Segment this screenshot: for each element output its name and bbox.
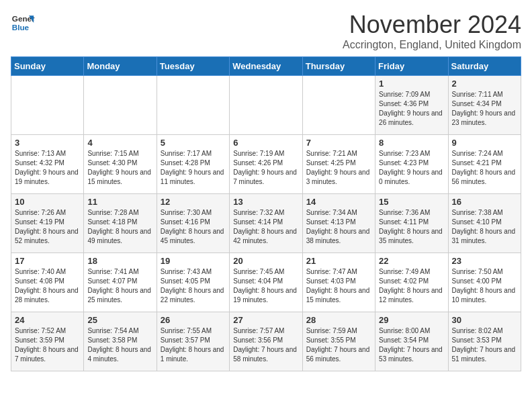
calendar-cell: 11Sunrise: 7:28 AM Sunset: 4:18 PM Dayli… (84, 194, 157, 253)
day-number: 9 (452, 138, 517, 148)
day-info: Sunrise: 7:45 AM Sunset: 4:04 PM Dayligh… (233, 267, 298, 305)
calendar-cell: 17Sunrise: 7:40 AM Sunset: 4:08 PM Dayli… (11, 253, 84, 312)
day-number: 4 (87, 138, 152, 148)
day-number: 24 (15, 315, 80, 325)
calendar-cell: 23Sunrise: 7:50 AM Sunset: 4:00 PM Dayli… (448, 253, 521, 312)
calendar-cell (230, 76, 302, 135)
logo: General Blue (11, 11, 35, 35)
day-info: Sunrise: 7:23 AM Sunset: 4:23 PM Dayligh… (379, 149, 444, 187)
title-section: November 2024 Accrington, England, Unite… (343, 11, 521, 51)
day-number: 29 (379, 315, 444, 325)
calendar-cell: 24Sunrise: 7:52 AM Sunset: 3:59 PM Dayli… (11, 312, 84, 371)
calendar-cell: 8Sunrise: 7:23 AM Sunset: 4:23 PM Daylig… (375, 135, 448, 194)
calendar-cell (84, 76, 157, 135)
calendar-cell: 6Sunrise: 7:19 AM Sunset: 4:26 PM Daylig… (230, 135, 302, 194)
svg-text:Blue: Blue (12, 23, 30, 32)
day-number: 16 (452, 197, 517, 207)
weekday-header: Tuesday (157, 57, 229, 76)
day-info: Sunrise: 7:26 AM Sunset: 4:19 PM Dayligh… (15, 208, 80, 246)
day-number: 30 (452, 315, 517, 325)
day-info: Sunrise: 7:11 AM Sunset: 4:34 PM Dayligh… (452, 90, 517, 128)
calendar-cell: 4Sunrise: 7:15 AM Sunset: 4:30 PM Daylig… (84, 135, 157, 194)
calendar-cell: 27Sunrise: 7:57 AM Sunset: 3:56 PM Dayli… (230, 312, 302, 371)
subtitle: Accrington, England, United Kingdom (343, 39, 521, 51)
day-number: 6 (233, 138, 298, 148)
header-row: SundayMondayTuesdayWednesdayThursdayFrid… (11, 57, 521, 76)
day-number: 7 (306, 138, 371, 148)
calendar-cell: 1Sunrise: 7:09 AM Sunset: 4:36 PM Daylig… (375, 76, 448, 135)
day-info: Sunrise: 7:41 AM Sunset: 4:07 PM Dayligh… (87, 267, 152, 305)
day-number: 18 (87, 256, 152, 266)
calendar-week-row: 3Sunrise: 7:13 AM Sunset: 4:32 PM Daylig… (11, 135, 521, 194)
day-info: Sunrise: 8:02 AM Sunset: 3:53 PM Dayligh… (452, 326, 517, 364)
calendar-cell: 14Sunrise: 7:34 AM Sunset: 4:13 PM Dayli… (302, 194, 375, 253)
day-number: 1 (379, 79, 444, 89)
day-info: Sunrise: 7:30 AM Sunset: 4:16 PM Dayligh… (161, 208, 226, 246)
day-info: Sunrise: 7:47 AM Sunset: 4:03 PM Dayligh… (306, 267, 371, 305)
calendar-cell: 15Sunrise: 7:36 AM Sunset: 4:11 PM Dayli… (375, 194, 448, 253)
logo-icon: General Blue (11, 11, 35, 35)
calendar-cell: 7Sunrise: 7:21 AM Sunset: 4:25 PM Daylig… (302, 135, 375, 194)
calendar-cell: 28Sunrise: 7:59 AM Sunset: 3:55 PM Dayli… (302, 312, 375, 371)
calendar-cell: 25Sunrise: 7:54 AM Sunset: 3:58 PM Dayli… (84, 312, 157, 371)
day-info: Sunrise: 7:40 AM Sunset: 4:08 PM Dayligh… (15, 267, 80, 305)
calendar-week-row: 1Sunrise: 7:09 AM Sunset: 4:36 PM Daylig… (11, 76, 521, 135)
day-info: Sunrise: 7:15 AM Sunset: 4:30 PM Dayligh… (87, 149, 152, 187)
calendar-cell: 29Sunrise: 8:00 AM Sunset: 3:54 PM Dayli… (375, 312, 448, 371)
calendar-cell: 13Sunrise: 7:32 AM Sunset: 4:14 PM Dayli… (230, 194, 302, 253)
header: General Blue November 2024 Accrington, E… (11, 11, 521, 51)
day-info: Sunrise: 7:57 AM Sunset: 3:56 PM Dayligh… (233, 326, 298, 364)
day-info: Sunrise: 7:50 AM Sunset: 4:00 PM Dayligh… (452, 267, 517, 305)
day-info: Sunrise: 7:13 AM Sunset: 4:32 PM Dayligh… (15, 149, 80, 187)
weekday-header: Wednesday (230, 57, 302, 76)
day-info: Sunrise: 7:32 AM Sunset: 4:14 PM Dayligh… (233, 208, 298, 246)
day-info: Sunrise: 7:52 AM Sunset: 3:59 PM Dayligh… (15, 326, 80, 364)
calendar-cell (302, 76, 375, 135)
calendar-cell: 22Sunrise: 7:49 AM Sunset: 4:02 PM Dayli… (375, 253, 448, 312)
calendar-week-row: 10Sunrise: 7:26 AM Sunset: 4:19 PM Dayli… (11, 194, 521, 253)
calendar-cell: 21Sunrise: 7:47 AM Sunset: 4:03 PM Dayli… (302, 253, 375, 312)
day-info: Sunrise: 7:54 AM Sunset: 3:58 PM Dayligh… (87, 326, 152, 364)
calendar-cell: 5Sunrise: 7:17 AM Sunset: 4:28 PM Daylig… (157, 135, 229, 194)
day-info: Sunrise: 7:38 AM Sunset: 4:10 PM Dayligh… (452, 208, 517, 246)
day-number: 10 (15, 197, 80, 207)
calendar-cell (11, 76, 84, 135)
day-info: Sunrise: 7:36 AM Sunset: 4:11 PM Dayligh… (379, 208, 444, 246)
day-number: 12 (161, 197, 226, 207)
calendar-cell: 20Sunrise: 7:45 AM Sunset: 4:04 PM Dayli… (230, 253, 302, 312)
day-number: 14 (306, 197, 371, 207)
day-info: Sunrise: 7:17 AM Sunset: 4:28 PM Dayligh… (161, 149, 226, 187)
day-number: 22 (379, 256, 444, 266)
calendar-cell: 26Sunrise: 7:55 AM Sunset: 3:57 PM Dayli… (157, 312, 229, 371)
calendar-table: SundayMondayTuesdayWednesdayThursdayFrid… (11, 56, 521, 371)
day-number: 2 (452, 79, 517, 89)
day-info: Sunrise: 7:19 AM Sunset: 4:26 PM Dayligh… (233, 149, 298, 187)
day-number: 19 (161, 256, 226, 266)
calendar-cell: 19Sunrise: 7:43 AM Sunset: 4:05 PM Dayli… (157, 253, 229, 312)
day-info: Sunrise: 7:34 AM Sunset: 4:13 PM Dayligh… (306, 208, 371, 246)
day-info: Sunrise: 7:28 AM Sunset: 4:18 PM Dayligh… (87, 208, 152, 246)
day-info: Sunrise: 7:43 AM Sunset: 4:05 PM Dayligh… (161, 267, 226, 305)
day-number: 26 (161, 315, 226, 325)
day-info: Sunrise: 7:24 AM Sunset: 4:21 PM Dayligh… (452, 149, 517, 187)
day-info: Sunrise: 7:21 AM Sunset: 4:25 PM Dayligh… (306, 149, 371, 187)
day-number: 8 (379, 138, 444, 148)
calendar-cell: 9Sunrise: 7:24 AM Sunset: 4:21 PM Daylig… (448, 135, 521, 194)
calendar-cell: 12Sunrise: 7:30 AM Sunset: 4:16 PM Dayli… (157, 194, 229, 253)
calendar-cell: 3Sunrise: 7:13 AM Sunset: 4:32 PM Daylig… (11, 135, 84, 194)
weekday-header: Saturday (448, 57, 521, 76)
month-title: November 2024 (343, 11, 521, 39)
day-number: 11 (87, 197, 152, 207)
day-number: 21 (306, 256, 371, 266)
day-info: Sunrise: 8:00 AM Sunset: 3:54 PM Dayligh… (379, 326, 444, 364)
day-number: 17 (15, 256, 80, 266)
weekday-header: Friday (375, 57, 448, 76)
day-number: 3 (15, 138, 80, 148)
day-info: Sunrise: 7:55 AM Sunset: 3:57 PM Dayligh… (161, 326, 226, 364)
day-number: 13 (233, 197, 298, 207)
weekday-header: Sunday (11, 57, 84, 76)
calendar-cell: 30Sunrise: 8:02 AM Sunset: 3:53 PM Dayli… (448, 312, 521, 371)
day-number: 15 (379, 197, 444, 207)
calendar-cell: 10Sunrise: 7:26 AM Sunset: 4:19 PM Dayli… (11, 194, 84, 253)
day-number: 27 (233, 315, 298, 325)
